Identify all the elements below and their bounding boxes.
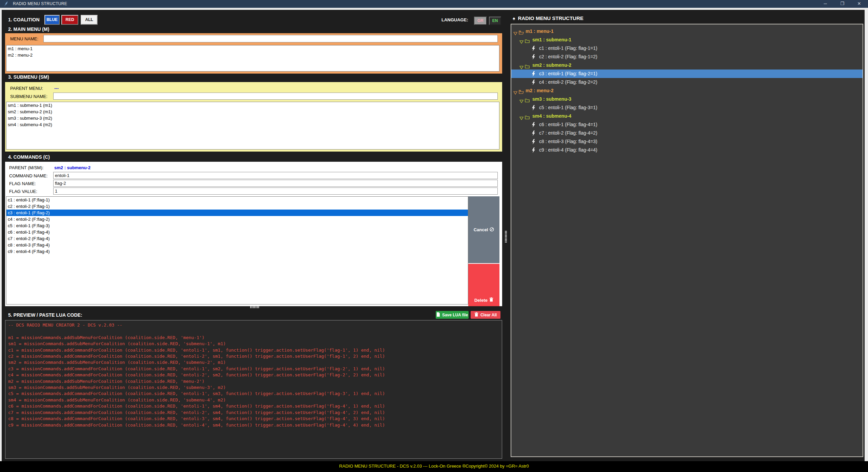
cancel-icon [490,227,494,233]
tree-node-label: c5 : entoli-1 (Flag: flag-3=1) [539,105,597,110]
tree-node-label: c8 : entoli-3 (Flag: flag-4=3) [539,139,597,144]
submenu-name-label: SUBMENU NAME: [10,94,47,99]
tree-node-label: sm3 : submenu-3 [532,96,571,102]
tree-node-label: c7 : entoli-2 (Flag: flag-4=2) [539,130,597,136]
tree-node-submenu[interactable]: sm4 : submenu-4 [511,112,863,120]
tree-panel-heading: ♠ RADIO MENU STRUCTURE [513,15,584,21]
tree-node-command[interactable]: c9 : entoli-4 (Flag: flag-4=4) [511,146,863,154]
clear-trash-icon [474,312,478,318]
command-list-item[interactable]: c2 : entoli-2 (F:flag-1) [6,203,468,210]
tree-node-label: c9 : entoli-4 (Flag: flag-4=4) [539,147,597,153]
submenu-panel: PARENT MENU: --- SUBMENU NAME: sm1 : sub… [5,82,502,152]
tree-node-command[interactable]: c5 : entoli-1 (Flag: flag-3=1) [511,103,863,112]
window-title: RADIO MENU STRUCTURE [13,1,67,6]
vertical-sash-grip[interactable] [505,230,507,242]
tree-node-label: sm1 : submenu-1 [532,37,571,42]
close-button[interactable]: ✕ [852,0,867,8]
tree-node-command[interactable]: c4 : entoli-2 (Flag: flag-2=2) [511,78,863,86]
tree-node-command[interactable]: c1 : entoli-1 (Flag: flag-1=1) [511,44,863,53]
save-file-icon [436,312,440,318]
radio-menu-tree: m1 : menu-1 sm1 : submenu-1 c1 : entoli-… [511,24,863,457]
parent-menu-value: --- [54,86,59,91]
submenu-list-item[interactable]: sm4 : submenu-4 (m2) [6,121,499,128]
command-list-item[interactable]: c6 : entoli-1 (F:flag-4) [6,229,468,235]
tree-node-menu[interactable]: m1 : menu-1 [511,27,863,36]
parent-msm-label: PARENT (M/SM): [9,165,43,170]
tree-node-submenu[interactable]: sm3 : submenu-3 [511,95,863,103]
command-list-item-selected[interactable]: c3 : entoli-1 (F:flag-2) [6,210,468,216]
tree-node-command[interactable]: c8 : entoli-3 (Flag: flag-4=3) [511,137,863,146]
language-en-button[interactable]: EN [489,17,501,25]
command-name-label: COMMAND NAME: [9,173,47,178]
tree-node-label: c2 : entoli-2 (Flag: flag-1=2) [539,54,597,59]
language-gr-button[interactable]: GR [474,17,487,25]
main-menu-panel: MENU NAME: m1 : menu-1 m2 : menu-2 [5,33,502,74]
main-menu-listbox[interactable]: m1 : menu-1 m2 : menu-2 [6,45,499,72]
tree-node-submenu[interactable]: sm2 : submenu-2 [511,61,863,70]
save-lua-button-label: Save LUA file [442,313,468,317]
tree-node-label: c4 : entoli-2 (Flag: flag-2=2) [539,79,597,85]
command-list-item[interactable]: c5 : entoli-1 (F:flag-3) [6,222,468,229]
parent-menu-label: PARENT MENU: [10,86,43,91]
submenu-list-item[interactable]: sm3 : submenu-3 (m2) [6,115,499,121]
lua-code-area[interactable]: -- DCS RADIO MENU CREATOR 2 - DCS v.2.03… [5,320,502,459]
parent-msm-value: sm2 : submenu-2 [54,165,91,170]
delete-button[interactable]: Delete [468,264,499,306]
command-list-item[interactable]: c8 : entoli-3 (F:flag-4) [6,242,468,248]
submenu-list-item[interactable]: sm2 : submenu-2 (m1) [6,109,499,115]
commands-listbox[interactable]: c1 : entoli-1 (F:flag-1) c2 : entoli-2 (… [6,196,468,304]
flag-value-input[interactable] [53,188,498,195]
coalition-blue-button[interactable]: BLUE [44,15,60,25]
commands-panel: PARENT (M/SM): sm2 : submenu-2 COMMAND N… [5,162,502,306]
language-label: LANGUAGE: [441,17,468,22]
commands-heading: 4. COMMANDS (C) [8,154,50,160]
flag-value-label: FLAG VALUE: [9,189,37,194]
lightning-bolt-icon [532,147,535,156]
tree-node-command[interactable]: c6 : entoli-1 (Flag: flag-4=1) [511,120,863,129]
submenu-name-input[interactable] [53,93,498,100]
menu-name-label: MENU NAME: [10,36,38,41]
submenu-listbox[interactable]: sm1 : submenu-1 (m1) sm2 : submenu-2 (m1… [6,102,499,150]
flag-name-input[interactable] [53,180,498,187]
command-list-item[interactable]: c9 : entoli-4 (F:flag-4) [6,248,468,255]
delete-trash-icon [489,297,493,303]
command-list-item[interactable]: c1 : entoli-1 (F:flag-1) [6,197,468,203]
submenu-heading: 3. SUBMENU (SM) [8,74,49,80]
submenu-list-item[interactable]: sm1 : submenu-1 (m1) [6,102,499,109]
save-lua-button[interactable]: Save LUA file [436,311,469,319]
tree-node-label: sm2 : submenu-2 [532,62,571,68]
command-list-item[interactable]: c4 : entoli-2 (F:flag-2) [6,216,468,222]
lua-code-text: -- DCS RADIO MENU CREATOR 2 - DCS v.2.03… [5,320,502,430]
main-menu-heading: 2. MAIN MENU (M) [8,26,49,32]
main-menu-list-item[interactable]: m1 : menu-1 [6,45,499,52]
tree-panel-heading-label: RADIO MENU STRUCTURE [518,15,583,21]
tree-node-label: m2 : menu-2 [526,88,553,93]
title-bar: RADIO MENU STRUCTURE ─ ❐ ✕ [0,0,868,8]
command-list-item[interactable]: c7 : entoli-2 (F:flag-4) [6,235,468,242]
clear-all-button[interactable]: Clear All [471,311,500,319]
main-menu-list-item[interactable]: m2 : menu-2 [6,52,499,58]
horizontal-sash-grip[interactable] [250,306,260,308]
cancel-button-label: Cancel [474,227,488,232]
tree-node-command-selected[interactable]: c3 : entoli-1 (Flag: flag-2=1) [511,70,863,78]
minimize-button[interactable]: ─ [818,0,833,8]
coalition-all-button[interactable]: ALL [81,15,98,25]
status-bar: RADIO MENU STRUCTURE - DCS v.2.03 --- Lo… [0,461,868,472]
command-name-input[interactable] [53,172,498,179]
flag-name-label: FLAG NAME: [9,181,36,186]
menu-name-input[interactable] [43,35,498,42]
delete-button-label: Delete [474,298,488,303]
coalition-red-button[interactable]: RED [61,15,78,25]
tree-node-submenu[interactable]: sm1 : submenu-1 [511,36,863,44]
preview-heading: 5. PREVIEW / PASTE LUA CODE: [8,312,82,318]
cancel-button[interactable]: Cancel [468,196,499,263]
tree-node-label: c1 : entoli-1 (Flag: flag-1=1) [539,45,597,51]
restore-button[interactable]: ❐ [835,0,850,8]
tree-node-label: c6 : entoli-1 (Flag: flag-4=1) [539,122,597,127]
tree-node-command[interactable]: c2 : entoli-2 (Flag: flag-1=2) [511,53,863,61]
tree-node-label: m1 : menu-1 [526,28,553,34]
app-feather-icon [4,1,8,8]
tree-node-command[interactable]: c7 : entoli-2 (Flag: flag-4=2) [511,129,863,137]
coalition-heading: 1. COALITION [8,17,40,22]
tree-node-menu[interactable]: m2 : menu-2 [511,86,863,95]
